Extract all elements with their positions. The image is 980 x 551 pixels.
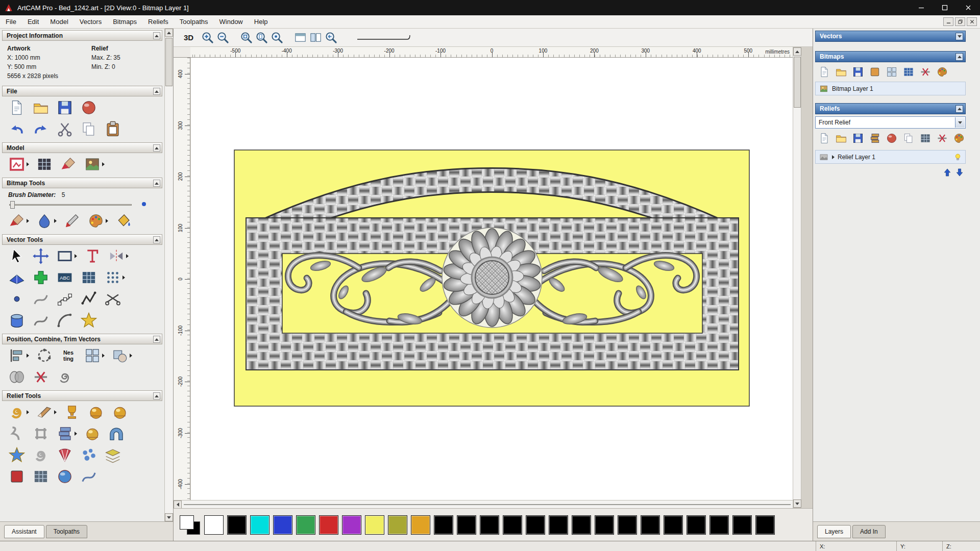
fan-relief-button[interactable] — [56, 446, 74, 464]
zoom-previous-button[interactable] — [324, 31, 338, 44]
open-model-button[interactable] — [32, 99, 50, 116]
relief-clipart-button[interactable] — [8, 468, 26, 485]
relief-grid-button[interactable] — [32, 468, 50, 485]
import-3d-model-button[interactable] — [80, 99, 97, 116]
brush-diameter-slider[interactable] — [8, 199, 156, 210]
new-bitmap-layer-button[interactable] — [818, 66, 830, 78]
copy-button[interactable] — [80, 120, 97, 138]
star-relief-button[interactable] — [8, 446, 26, 464]
sculpt-model-button[interactable] — [60, 156, 77, 173]
align-vectors-button[interactable] — [8, 347, 29, 364]
model-section-header[interactable]: Model — [2, 142, 162, 153]
new-model-button[interactable] — [8, 99, 26, 116]
spin-relief-button[interactable] — [111, 404, 129, 421]
set-model-size-button[interactable] — [8, 156, 29, 173]
centre-view-button[interactable] — [293, 31, 307, 44]
project-information-header[interactable]: Project Information — [2, 30, 162, 41]
mirror-vectors-flyout[interactable] — [126, 254, 129, 258]
offset-relief-button[interactable] — [104, 446, 121, 464]
menu-bitmaps[interactable]: Bitmaps — [107, 15, 142, 28]
greyscale-preview-button[interactable] — [36, 156, 53, 173]
menu-vectors[interactable]: Vectors — [74, 15, 107, 28]
palette-swatch-11[interactable] — [457, 515, 476, 535]
move-layer-down-button[interactable] — [954, 167, 965, 178]
2d-view-canvas[interactable] — [191, 58, 793, 500]
relief-layer-row[interactable]: Relief Layer 1 — [815, 150, 966, 164]
circular-copy-button[interactable] — [36, 347, 53, 364]
block-copy-button[interactable] — [84, 347, 105, 364]
open-relief-layer-button[interactable] — [835, 132, 847, 144]
palette-swatch-17[interactable] — [595, 515, 614, 535]
collapse-button[interactable] — [153, 236, 160, 243]
dome-relief-button[interactable] — [56, 468, 74, 485]
create-polyline-button[interactable] — [80, 290, 97, 308]
scrollbar-thumb[interactable] — [165, 38, 173, 86]
palette-swatch-7[interactable] — [365, 515, 384, 535]
primary-secondary-colour-swatch[interactable] — [180, 514, 202, 536]
palette-swatch-2[interactable] — [250, 515, 270, 535]
slice-vectors-button[interactable] — [104, 290, 121, 308]
tab-assistant[interactable]: Assistant — [4, 525, 44, 538]
menu-model[interactable]: Model — [44, 15, 74, 28]
zoom-in-button[interactable] — [201, 31, 214, 44]
nesting-button[interactable]: Nesting — [60, 347, 77, 364]
collapse-button[interactable] — [153, 392, 160, 399]
duplicate-relief-layer-button[interactable] — [902, 132, 915, 144]
calculate-relief-button[interactable] — [919, 132, 932, 144]
menu-help[interactable]: Help — [249, 15, 274, 28]
scroll-left-button[interactable] — [174, 500, 182, 509]
scroll-up-button[interactable] — [793, 47, 801, 56]
mdi-close-button[interactable] — [967, 17, 977, 26]
smooth-relief-button[interactable] — [8, 404, 29, 421]
palette-swatch-16[interactable] — [572, 515, 591, 535]
convert-to-text-button[interactable]: ABC — [56, 269, 74, 286]
open-bitmap-layer-button[interactable] — [835, 66, 847, 78]
load-bitmap-button[interactable] — [84, 156, 105, 173]
offset-vectors-button[interactable] — [8, 269, 26, 286]
vector-texture-button[interactable] — [80, 312, 97, 329]
tab-add-in[interactable]: Add In — [852, 525, 886, 538]
smooth-relief-flyout[interactable] — [27, 410, 29, 414]
scroll-up-button[interactable] — [165, 29, 173, 37]
save-relief-layer-button[interactable] — [852, 132, 864, 144]
set-model-size-flyout[interactable] — [27, 162, 29, 166]
select-vectors-button[interactable] — [8, 247, 26, 265]
menu-window[interactable]: Window — [214, 15, 249, 28]
paste-relief-button[interactable] — [56, 425, 77, 442]
transform-vectors-button[interactable] — [32, 247, 50, 265]
fit-curve-button[interactable] — [32, 312, 50, 329]
relief-colours-button[interactable] — [953, 132, 965, 144]
vector-doctor-button[interactable] — [32, 269, 50, 286]
tab-layers[interactable]: Layers — [817, 525, 851, 538]
new-relief-layer-button[interactable] — [818, 132, 830, 144]
palette-swatch-24[interactable] — [755, 515, 775, 535]
move-layer-up-button[interactable] — [942, 167, 952, 178]
paint-tool-button[interactable] — [8, 212, 29, 230]
create-text-button[interactable] — [84, 247, 101, 265]
bitmaps-header[interactable]: Bitmaps — [815, 51, 966, 62]
save-model-button[interactable] — [56, 99, 74, 116]
palette-swatch-15[interactable] — [549, 515, 568, 535]
vector-boundary-button[interactable] — [8, 312, 26, 329]
mdi-restore-button[interactable] — [955, 17, 965, 26]
load-bitmap-flyout[interactable] — [102, 162, 105, 166]
palette-swatch-9[interactable] — [411, 515, 430, 535]
collapse-button[interactable] — [153, 32, 160, 39]
colour-palette-flyout[interactable] — [106, 219, 108, 223]
colour-picker-button[interactable] — [63, 212, 81, 230]
undo-button[interactable] — [8, 120, 26, 138]
sculpting-tools-button[interactable] — [36, 404, 57, 421]
save-bitmap-layer-button[interactable] — [852, 66, 864, 78]
scroll-down-button[interactable] — [793, 499, 801, 508]
weave-wizard-button[interactable] — [32, 425, 50, 442]
merge-bitmap-layers-button[interactable] — [886, 66, 898, 78]
create-rectangle-button[interactable] — [56, 247, 77, 265]
redo-button[interactable] — [32, 120, 50, 138]
weld-vectors-button[interactable] — [8, 368, 26, 386]
delete-bitmap-layer-button[interactable] — [919, 66, 932, 78]
paste-along-curve-button[interactable] — [104, 269, 125, 286]
mirror-vectors-button[interactable] — [108, 247, 129, 265]
sculpting-tools-flyout[interactable] — [54, 410, 57, 414]
collapse-button[interactable] — [153, 144, 160, 152]
minimize-button[interactable] — [910, 0, 933, 15]
